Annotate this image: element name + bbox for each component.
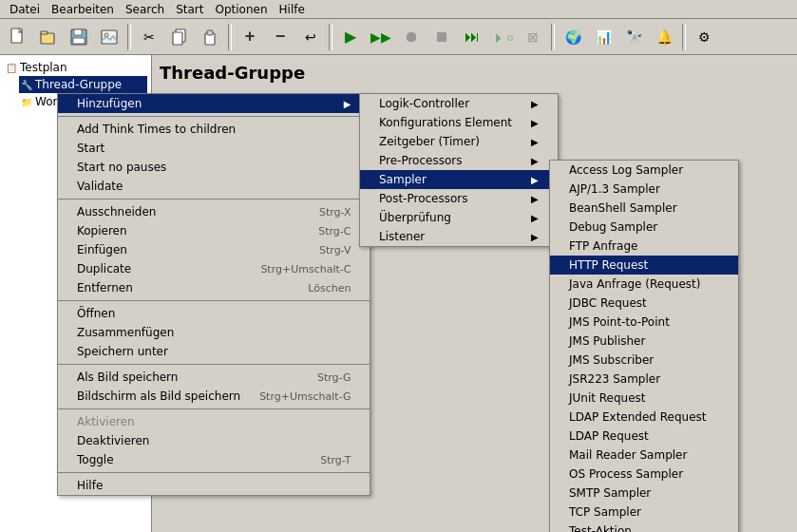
menu-hilfe[interactable]: Hilfe [274, 1, 311, 18]
toolbar-sep5 [682, 24, 686, 50]
copy-button[interactable] [165, 23, 194, 51]
submenu-post-processors[interactable]: Post-Processors ▶ [360, 189, 558, 208]
telescope-button[interactable]: 🔭 [619, 23, 648, 51]
ausschneiden-label: Ausschneiden [77, 205, 156, 218]
chart-button[interactable]: 📊 [589, 23, 617, 51]
submenu-sampler[interactable]: Sampler ▶ [360, 170, 558, 189]
menu-search[interactable]: Search [120, 1, 170, 18]
menu-optionen[interactable]: Optionen [210, 1, 274, 18]
konfigurations-element-label: Konfigurations Element [379, 116, 512, 129]
sampler-beanshell[interactable]: BeanShell Sampler [550, 199, 738, 218]
menu-start-no-pauses[interactable]: Start no pauses [58, 158, 370, 177]
save-image-button[interactable] [95, 23, 123, 51]
ueberpruefung-label: Überprüfung [379, 211, 451, 224]
menu-kopieren[interactable]: Kopieren Strg-C [58, 221, 370, 240]
submenu-pre-processors[interactable]: Pre-Processors ▶ [360, 151, 558, 170]
sampler-test-aktion[interactable]: Test-Aktion [550, 522, 738, 532]
submenu-zeitgeber[interactable]: Zeitgeber (Timer) ▶ [360, 132, 558, 151]
menu-ausschneiden[interactable]: Ausschneiden Strg-X [58, 202, 370, 221]
menu-hinzufugen[interactable]: Hinzufügen ▶ [58, 94, 370, 113]
menu-bearbeiten[interactable]: Bearbeiten [46, 1, 120, 18]
junit-label: JUnit Request [569, 391, 646, 405]
oeffnen-label: Öffnen [77, 307, 115, 320]
new-button[interactable] [4, 23, 32, 51]
testplan-label: Testplan [20, 61, 67, 74]
sep2 [58, 199, 370, 200]
menu-toggle[interactable]: Toggle Strg-T [58, 450, 370, 469]
sampler-ldap[interactable]: LDAP Request [550, 427, 738, 446]
threadgruppe-label: Thread-Gruppe [35, 78, 122, 91]
sampler-access-log[interactable]: Access Log Sampler [550, 161, 738, 180]
sampler-ldap-extended[interactable]: LDAP Extended Request [550, 408, 738, 427]
cut-button[interactable]: ✂ [135, 23, 163, 51]
testplan-icon: 📋 [6, 63, 17, 73]
menu-datei[interactable]: Datei [4, 1, 46, 18]
sampler-jdbc[interactable]: JDBC Request [550, 294, 738, 313]
menu-oeffnen[interactable]: Öffnen [58, 304, 370, 323]
undo-button[interactable]: ↩ [296, 23, 325, 51]
ftp-label: FTP Anfrage [569, 239, 637, 253]
menu-start[interactable]: Start [58, 139, 370, 158]
submenu-konfigurations-element[interactable]: Konfigurations Element ▶ [360, 113, 558, 132]
sampler-ftp[interactable]: FTP Anfrage [550, 237, 738, 256]
run-all-button[interactable]: ▶▶ [367, 23, 395, 51]
sampler-ajp[interactable]: AJP/1.3 Sampler [550, 180, 738, 199]
sampler-jms-publisher[interactable]: JMS Publisher [550, 332, 738, 351]
menu-start[interactable]: Start [170, 1, 209, 18]
add-think-times-label: Add Think Times to children [77, 123, 236, 136]
sampler-os-process[interactable]: OS Process Sampler [550, 465, 738, 484]
sampler-tcp[interactable]: TCP Sampler [550, 503, 738, 522]
ueberpruefung-arrow: ▶ [531, 213, 539, 223]
debug-label: Debug Sampler [569, 220, 657, 234]
bell-button[interactable]: 🔔 [650, 23, 678, 51]
paste-button[interactable] [196, 23, 224, 51]
menu-zusammenfuegen[interactable]: Zusammenfügen [58, 323, 370, 342]
menu-deaktivieren[interactable]: Deaktivieren [58, 431, 370, 450]
ldap-extended-label: LDAP Extended Request [569, 410, 707, 424]
sampler-debug[interactable]: Debug Sampler [550, 218, 738, 237]
remove-button[interactable]: − [266, 23, 294, 51]
menu-einfuegen[interactable]: Einfügen Strg-V [58, 240, 370, 259]
stop-button[interactable]: ⏹ [427, 23, 456, 51]
http-label: HTTP Request [569, 258, 648, 272]
save-button[interactable] [65, 23, 93, 51]
start-no-pauses-label: Start no pauses [77, 161, 166, 174]
menu-duplicate[interactable]: Duplicate Strg+Umschalt-C [58, 259, 370, 278]
toggle-shortcut: Strg-T [320, 454, 351, 466]
menu-add-think-times[interactable]: Add Think Times to children [58, 120, 370, 139]
sampler-junit[interactable]: JUnit Request [550, 389, 738, 408]
sampler-http[interactable]: HTTP Request [550, 256, 738, 275]
sampler-jms-subscriber[interactable]: JMS Subscriber [550, 351, 738, 370]
menu-als-bild-speichern[interactable]: Als Bild speichern Strg-G [58, 368, 370, 387]
tree-item-threadgruppe[interactable]: 🔧 Thread-Gruppe [19, 76, 147, 93]
menu-validate[interactable]: Validate [58, 177, 370, 196]
browser-button[interactable]: 🌍 [559, 23, 587, 51]
sampler-java[interactable]: Java Anfrage (Request) [550, 275, 738, 294]
sampler-jms-point[interactable]: JMS Point-to-Point [550, 313, 738, 332]
sampler-smtp[interactable]: SMTP Sampler [550, 484, 738, 503]
zusammenfuegen-label: Zusammenfügen [77, 326, 174, 339]
menu-hilfe[interactable]: Hilfe [58, 476, 370, 495]
open-button[interactable] [34, 23, 63, 51]
add-button[interactable]: + [236, 23, 264, 51]
record-button[interactable]: ⏺ [397, 23, 426, 51]
sampler-mail-reader[interactable]: Mail Reader Sampler [550, 446, 738, 465]
listener-arrow: ▶ [531, 232, 539, 242]
step-forward-button[interactable]: ⏭ [458, 23, 486, 51]
sampler-jsr223[interactable]: JSR223 Sampler [550, 370, 738, 389]
remote-stop-button[interactable]: ⊠ [519, 23, 547, 51]
test-aktion-label: Test-Aktion [569, 524, 632, 532]
settings-button[interactable]: ⚙ [690, 23, 718, 51]
submenu-listener[interactable]: Listener ▶ [360, 227, 558, 246]
hilfe-label: Hilfe [77, 479, 103, 492]
menu-speichern-unter[interactable]: Speichern unter [58, 342, 370, 361]
remote-start-button[interactable]: ⏵⊙ [488, 23, 517, 51]
submenu-logik-controller[interactable]: Logik-Controller ▶ [360, 94, 558, 113]
menu-bildschirm-als-bild[interactable]: Bildschirm als Bild speichern Strg+Umsch… [58, 387, 370, 406]
menu-entfernen[interactable]: Entfernen Löschen [58, 278, 370, 297]
submenu-ueberpruefung[interactable]: Überprüfung ▶ [360, 208, 558, 227]
hinzufugen-label: Hinzufügen [77, 97, 142, 110]
run-button[interactable]: ▶ [336, 23, 365, 51]
tree-item-testplan[interactable]: 📋 Testplan [4, 59, 147, 76]
listener-label: Listener [379, 230, 425, 243]
